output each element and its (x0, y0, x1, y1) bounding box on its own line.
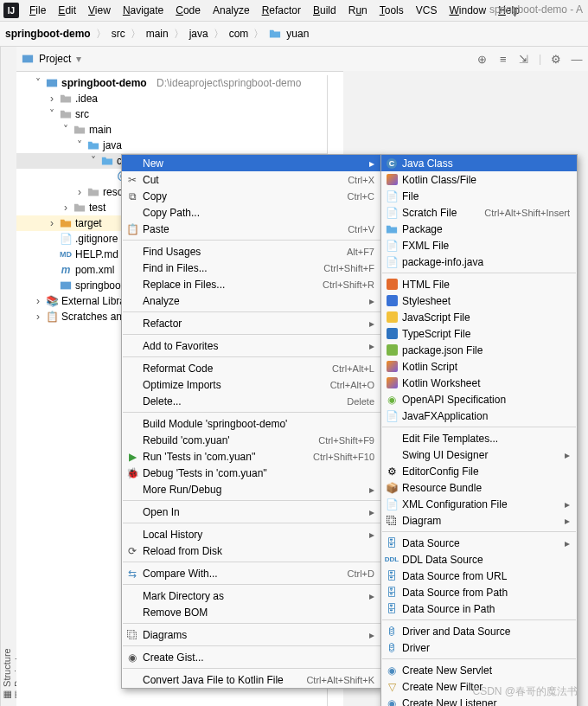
crumb-root[interactable]: springboot-demo (5, 28, 91, 40)
new-kscript[interactable]: Kotlin Script (381, 358, 577, 375)
new-editorconfig[interactable]: ⚙EditorConfig File (381, 463, 577, 479)
menu-run[interactable]: Run (343, 3, 373, 18)
ctx-addfav[interactable]: Add to Favorites▸ (122, 337, 381, 354)
diagrams-icon: ⿻ (125, 628, 139, 642)
ctx-markdir[interactable]: Mark Directory as▸ (122, 587, 381, 604)
menu-tools[interactable]: Tools (374, 3, 409, 18)
ctx-morerun[interactable]: More Run/Debug▸ (122, 481, 381, 497)
ctx-findinfiles[interactable]: Find in Files...Ctrl+Shift+F (122, 260, 381, 276)
new-kotlinclass[interactable]: Kotlin Class/File (381, 171, 577, 188)
new-servlet[interactable]: ◉Create New Servlet (381, 662, 577, 678)
new-kwork[interactable]: Kotlin Worksheet (381, 375, 577, 391)
ctx-copypath[interactable]: Copy Path... (122, 204, 381, 221)
new-edittmpl[interactable]: Edit File Templates... (381, 430, 577, 446)
menu-build[interactable]: Build (308, 3, 342, 18)
new-js[interactable]: JavaScript File (381, 309, 577, 325)
new-scratch[interactable]: 📄Scratch FileCtrl+Alt+Shift+Insert (381, 204, 577, 221)
new-jfx[interactable]: 📄JavaFXApplication (381, 408, 577, 424)
rbundle-icon: 📦 (385, 481, 399, 495)
new-dspath[interactable]: 🗄Data Source from Path (381, 584, 577, 600)
crumb-com[interactable]: com (229, 28, 249, 40)
dsinpath-icon: 🗄 (385, 602, 399, 616)
menu-refactor[interactable]: Refactor (257, 3, 306, 18)
new-openapi[interactable]: ◉OpenAPI Specification (381, 391, 577, 408)
ctx-rebuild[interactable]: Rebuild 'com.yuan'Ctrl+Shift+F9 (122, 432, 381, 448)
menu-analyze[interactable]: Analyze (208, 3, 255, 18)
new-stylesheet[interactable]: Stylesheet (381, 292, 577, 309)
ctx-openin[interactable]: Open In▸ (122, 504, 381, 520)
stripe-structure[interactable]: ▦ Structure (1, 73, 12, 701)
new-package[interactable]: Package (381, 221, 577, 237)
new-diagram[interactable]: ⿻Diagram▸ (381, 512, 577, 529)
ctx-copy[interactable]: ⧉CopyCtrl+C (122, 188, 381, 204)
openapi-icon: ◉ (385, 393, 399, 407)
tree-java[interactable]: ˅java (16, 138, 327, 153)
ctx-refactor[interactable]: Refactor▸ (122, 315, 381, 331)
ctx-paste[interactable]: 📋PasteCtrl+V (122, 221, 381, 237)
new-javaclass[interactable]: CJava Class (381, 155, 577, 171)
ctx-runtests[interactable]: ▶Run 'Tests in 'com.yuan''Ctrl+Shift+F10 (122, 448, 381, 465)
ctx-removebom[interactable]: Remove BOM (122, 604, 381, 620)
locate-icon[interactable]: ⊕ (476, 53, 489, 65)
crumb-src[interactable]: src (112, 28, 125, 40)
tree-src[interactable]: ˅src (16, 106, 327, 122)
new-file[interactable]: 📄File (381, 188, 577, 204)
ctx-analyze[interactable]: Analyze▸ (122, 292, 381, 309)
tree-main[interactable]: ˅main (16, 122, 327, 138)
css-icon (385, 294, 399, 308)
ctx-localhist[interactable]: Local History▸ (122, 526, 381, 542)
crumb-main[interactable]: main (146, 28, 169, 40)
crumb-java[interactable]: java (189, 28, 208, 40)
new-rbundle[interactable]: 📦Resource Bundle (381, 479, 577, 496)
ctx-cut[interactable]: ✂CutCtrl+X (122, 171, 381, 188)
menu-edit[interactable]: Edit (53, 3, 81, 18)
project-header: Project ▾ ⊕ ≡ ⇲ | ⚙ — (16, 47, 588, 72)
svg-rect-0 (22, 55, 33, 63)
ctx-new[interactable]: New▸ (122, 155, 381, 171)
new-ddl[interactable]: DDLDDL Data Source (381, 551, 577, 568)
crumb-yuan[interactable]: yuan (286, 28, 309, 40)
ctx-buildmod[interactable]: Build Module 'springboot-demo' (122, 415, 381, 432)
context-menu: New▸ ✂CutCtrl+X ⧉CopyCtrl+C Copy Path...… (121, 154, 382, 689)
ctx-reformat[interactable]: Reformat CodeCtrl+Alt+L (122, 360, 381, 376)
tree-root[interactable]: ˅springboot-demo D:\ideaproject\springbo… (16, 75, 327, 91)
ctx-findusages[interactable]: Find UsagesAlt+F7 (122, 243, 381, 260)
ctx-delete[interactable]: Delete...Delete (122, 393, 381, 409)
menu-window[interactable]: Window (444, 3, 491, 18)
expand-all-icon[interactable]: ≡ (497, 53, 509, 65)
new-drvds[interactable]: 🛢Driver and Data Source (381, 623, 577, 639)
ctx-debugtests[interactable]: 🐞Debug 'Tests in 'com.yuan'' (122, 465, 381, 481)
new-swing[interactable]: Swing UI Designer▸ (381, 446, 577, 463)
menu-vcs[interactable]: VCS (411, 3, 443, 18)
ctx-convert[interactable]: Convert Java File to Kotlin FileCtrl+Alt… (122, 671, 381, 688)
ctx-diagrams[interactable]: ⿻Diagrams▸ (122, 626, 381, 643)
project-title[interactable]: Project (39, 53, 71, 65)
new-xmlcfg[interactable]: 📄XML Configuration File▸ (381, 496, 577, 512)
ctx-compare[interactable]: ⇆Compare With...Ctrl+D (122, 565, 381, 581)
ctx-replaceinfiles[interactable]: Replace in Files...Ctrl+Shift+R (122, 276, 381, 292)
gear-icon[interactable]: ⚙ (550, 53, 562, 65)
new-dsurl[interactable]: 🗄Data Source from URL (381, 568, 577, 584)
collapse-all-icon[interactable]: ⇲ (518, 53, 530, 65)
ctx-optimize[interactable]: Optimize ImportsCtrl+Alt+O (122, 376, 381, 393)
menu-navigate[interactable]: Navigate (118, 3, 169, 18)
menu-file[interactable]: File (24, 3, 51, 18)
ctx-reload[interactable]: ⟳Reload from Disk (122, 542, 381, 559)
menu-code[interactable]: Code (170, 3, 206, 18)
ctx-creategist[interactable]: ◉Create Gist... (122, 649, 381, 665)
watermark: CSDN @春哥的魔法书 (472, 684, 578, 699)
new-ts[interactable]: TypeScript File (381, 325, 577, 342)
menu-view[interactable]: View (83, 3, 116, 18)
hide-icon[interactable]: — (571, 53, 583, 65)
html-icon (385, 278, 399, 292)
new-html[interactable]: HTML File (381, 276, 577, 292)
new-pkginfo[interactable]: 📄package-info.java (381, 254, 577, 270)
new-datasource[interactable]: 🗄Data Source▸ (381, 535, 577, 551)
new-dsinpath[interactable]: 🗄Data Source in Path (381, 600, 577, 617)
scratch-icon: 📄 (385, 206, 399, 220)
new-pkgjson[interactable]: package.json File (381, 342, 577, 358)
svg-rect-2 (61, 282, 71, 290)
new-driver[interactable]: 🛢Driver (381, 639, 577, 656)
tree-idea[interactable]: ›.idea (16, 91, 327, 106)
new-fxml[interactable]: 📄FXML File (381, 237, 577, 254)
